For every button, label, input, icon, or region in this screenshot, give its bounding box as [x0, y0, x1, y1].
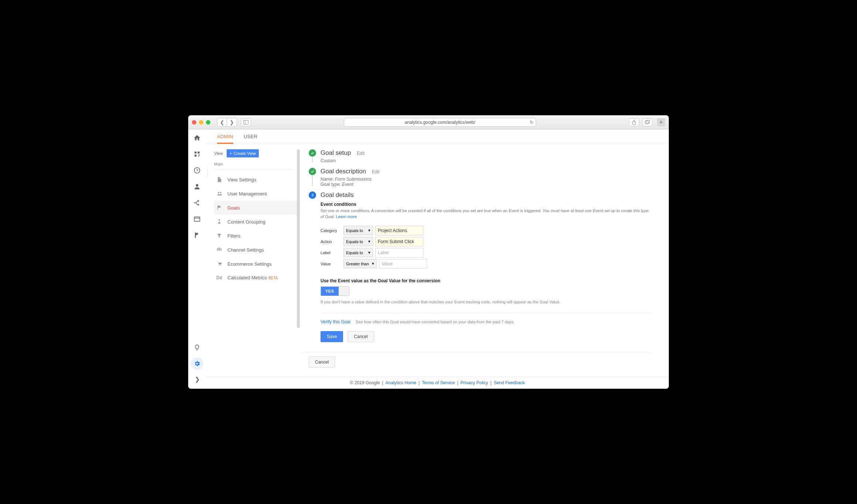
footer-link-tos[interactable]: Terms of Service	[422, 380, 455, 385]
minimize-window-button[interactable]	[199, 120, 203, 125]
category-input[interactable]	[375, 226, 423, 235]
flag-icon	[216, 205, 223, 211]
new-tab-button[interactable]: +	[657, 118, 665, 126]
svg-rect-8	[194, 155, 196, 157]
close-window-button[interactable]	[192, 120, 196, 125]
outer-cancel-button[interactable]: Cancel	[309, 357, 335, 368]
footer: © 2019 Google | Analytics Home | Terms o…	[206, 376, 669, 389]
footer-link-home[interactable]: Analytics Home	[386, 380, 416, 385]
conditions-table: Category Equals to▾ Action Equals to▾	[321, 226, 651, 269]
view-menu: View Settings User Management Goals	[214, 173, 297, 285]
conversions-icon[interactable]	[193, 231, 201, 239]
view-panel: ↩ View + Create View Main	[206, 144, 297, 376]
check-icon	[309, 149, 316, 157]
view-item-filters[interactable]: Filters	[214, 229, 297, 243]
view-item-settings[interactable]: View Settings	[214, 173, 297, 187]
discover-icon[interactable]	[193, 343, 201, 351]
svg-rect-9	[198, 155, 199, 156]
chevron-down-icon: ▾	[368, 250, 370, 255]
analytics-app: ❯ ADMIN USER ↩ View +	[188, 129, 669, 389]
svg-point-15	[198, 204, 199, 205]
traffic-lights	[192, 120, 210, 125]
step-goal-details: 3 Goal details Event conditions Set one …	[309, 191, 651, 342]
collapse-rail-icon[interactable]: ❯	[195, 376, 200, 385]
save-button[interactable]: Save	[321, 331, 343, 342]
svg-rect-23	[219, 249, 220, 251]
address-bar[interactable]: analytics.google.com/analytics/web/ ↻	[344, 118, 536, 127]
people-icon	[216, 191, 223, 197]
cart-icon	[216, 261, 223, 267]
cancel-button[interactable]: Cancel	[348, 331, 374, 342]
view-item-ecommerce[interactable]: Ecommerce Settings	[214, 257, 297, 271]
view-item-user-management[interactable]: User Management	[214, 187, 297, 201]
url-text: analytics.google.com/analytics/web/	[405, 120, 475, 125]
browser-toolbar: ❮ ❯ analytics.google.com/analytics/web/ …	[188, 115, 669, 129]
goal-desc-sub: Name: Form Submissions Goal type: Event	[321, 177, 651, 187]
step-3-badge: 3	[309, 191, 316, 199]
view-item-content-grouping[interactable]: Content Grouping	[214, 215, 297, 229]
category-operator[interactable]: Equals to▾	[343, 226, 373, 235]
label-input[interactable]	[375, 248, 423, 258]
svg-point-13	[196, 184, 199, 187]
create-view-button[interactable]: + Create View	[227, 149, 259, 157]
back-arrow-button[interactable]: ↩	[206, 168, 207, 177]
svg-point-14	[198, 201, 199, 202]
step-goal-description: Goal description Edit Name: Form Submiss…	[309, 168, 651, 187]
goal-desc-title: Goal description	[321, 168, 366, 175]
svg-point-25	[219, 265, 219, 266]
create-view-label: Create View	[234, 151, 256, 156]
left-nav-rail: ❯	[188, 129, 206, 389]
view-item-channel-settings[interactable]: Channel Settings	[214, 243, 297, 257]
value-input[interactable]	[379, 259, 427, 269]
realtime-icon[interactable]	[193, 166, 201, 174]
channel-icon	[216, 247, 223, 253]
forward-button[interactable]: ❯	[227, 118, 237, 126]
goal-value-toggle[interactable]: YES	[321, 286, 349, 296]
view-item-goals[interactable]: Goals	[214, 201, 297, 215]
chevron-down-icon: ▾	[368, 239, 370, 244]
share-button[interactable]	[629, 118, 639, 126]
footer-link-privacy[interactable]: Privacy Policy	[461, 380, 488, 385]
svg-rect-5	[646, 120, 650, 123]
main-column: ADMIN USER ↩ View + Create View	[206, 129, 669, 389]
acquisition-icon[interactable]	[193, 199, 201, 207]
goal-value-heading: Use the Event value as the Goal Value fo…	[321, 278, 651, 283]
admin-gear-icon[interactable]	[191, 357, 203, 370]
home-icon[interactable]	[193, 134, 201, 142]
refresh-icon[interactable]: ↻	[530, 120, 533, 125]
goal-setup-title: Goal setup	[321, 149, 351, 157]
action-operator[interactable]: Equals to▾	[343, 237, 373, 246]
behavior-icon[interactable]	[193, 215, 201, 223]
verify-goal-link[interactable]: Verify this Goal	[321, 319, 350, 324]
goal-value-hint: If you don't have a value defined in the…	[321, 299, 561, 305]
show-sidebar-button[interactable]	[241, 118, 251, 126]
edit-goal-setup[interactable]: Edit	[357, 151, 365, 156]
edit-goal-desc[interactable]: Edit	[372, 169, 380, 174]
scrollbar[interactable]	[297, 149, 300, 328]
label-operator[interactable]: Equals to▾	[343, 248, 373, 257]
value-operator[interactable]: Greater than▾	[343, 259, 377, 268]
condition-row-category: Category Equals to▾	[321, 226, 651, 235]
maximize-window-button[interactable]	[206, 120, 210, 125]
plus-icon: +	[230, 151, 232, 156]
footer-link-feedback[interactable]: Send Feedback	[494, 380, 525, 385]
action-input[interactable]	[375, 237, 423, 246]
tab-user[interactable]: USER	[244, 129, 258, 144]
svg-rect-22	[217, 249, 218, 251]
tabs-button[interactable]	[642, 118, 653, 126]
condition-row-label: Label Equals to▾	[321, 248, 651, 258]
copyright: © 2019 Google	[350, 380, 380, 385]
document-icon	[216, 177, 223, 183]
view-name: Main	[214, 160, 297, 169]
view-item-calculated-metrics[interactable]: Dd Calculated MetricsBETA	[214, 271, 297, 285]
tab-admin[interactable]: ADMIN	[217, 129, 233, 144]
step-goal-setup: Goal setup Edit Custom	[309, 149, 651, 163]
back-button[interactable]: ❮	[217, 118, 227, 126]
learn-more-link[interactable]: Learn more	[336, 214, 357, 219]
audience-icon[interactable]	[193, 183, 201, 191]
nav-buttons: ❮ ❯	[217, 118, 237, 127]
condition-row-value: Value Greater than▾	[321, 259, 651, 269]
dd-icon: Dd	[216, 275, 223, 280]
verify-sub: See how often this Goal would have conve…	[356, 320, 515, 324]
customization-icon[interactable]	[193, 150, 201, 158]
